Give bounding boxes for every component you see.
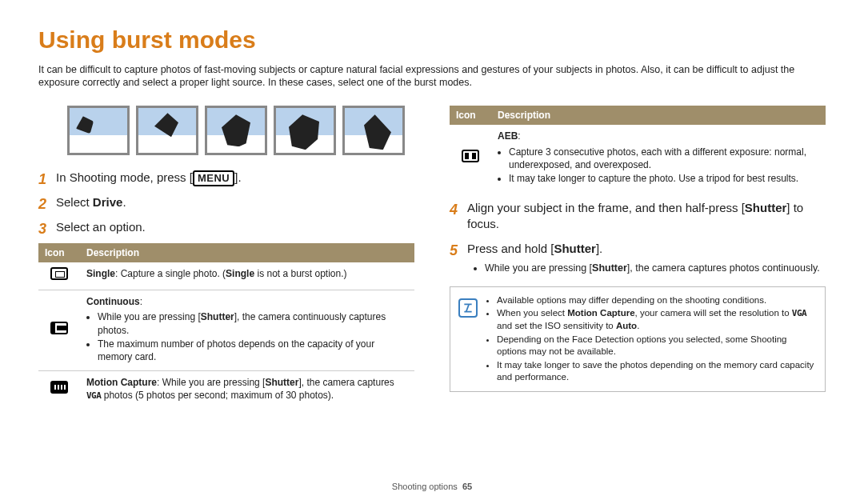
step-4: Align your subject in the frame, and the… [450, 200, 826, 233]
burst-frame-2 [136, 106, 198, 155]
burst-frame-4 [274, 106, 336, 155]
left-options-table: Icon Description Single: Capture a singl… [38, 243, 414, 409]
note-item: Available options may differ depending o… [497, 294, 817, 307]
continuous-mode-icon [50, 322, 68, 334]
burst-illustration [67, 106, 414, 155]
page-footer: Shooting options 65 [0, 481, 864, 493]
aeb-mode-icon [462, 150, 479, 162]
table-row: Continuous: While you are pressing [Shut… [38, 290, 414, 371]
table-row: Motion Capture: While you are pressing [… [38, 371, 414, 410]
motion-capture-mode-icon [50, 381, 68, 394]
vga-icon: VGA [86, 390, 101, 401]
step-5: Press and hold [Shutter]. While you are … [450, 241, 826, 275]
step-2: Select Drive. [38, 194, 414, 210]
th-desc: Description [491, 106, 826, 125]
step-1: In Shooting mode, press [MENU]. [38, 170, 414, 186]
th-desc: Description [80, 243, 414, 262]
th-icon: Icon [450, 106, 491, 125]
th-icon: Icon [38, 243, 80, 262]
note-icon [458, 298, 478, 318]
burst-frame-5 [342, 106, 405, 155]
step-3: Select an option. [38, 219, 414, 235]
note-item: Depending on the Face Detection options … [497, 334, 817, 358]
menu-button-icon: MENU [193, 170, 234, 186]
intro-paragraph: It can be difficult to capture photos of… [38, 63, 826, 90]
burst-frame-1 [67, 106, 130, 155]
right-options-table: Icon Description AEB: Capture 3 consecut… [450, 106, 826, 192]
page-title: Using burst modes [38, 24, 826, 57]
single-mode-icon [50, 267, 68, 280]
table-row: AEB: Capture 3 consecutive photos, each … [450, 125, 826, 192]
note-item: It may take longer to save the photos de… [497, 359, 817, 384]
burst-frame-3 [205, 106, 267, 155]
left-column: In Shooting mode, press [MENU]. Select D… [38, 102, 414, 409]
table-row: Single: Capture a single photo. (Single … [38, 262, 414, 290]
right-column: Icon Description AEB: Capture 3 consecut… [450, 102, 826, 409]
vga-icon: VGA [792, 308, 806, 318]
note-box: Available options may differ depending o… [450, 286, 826, 392]
note-item: When you select Motion Capture, your cam… [497, 307, 817, 332]
